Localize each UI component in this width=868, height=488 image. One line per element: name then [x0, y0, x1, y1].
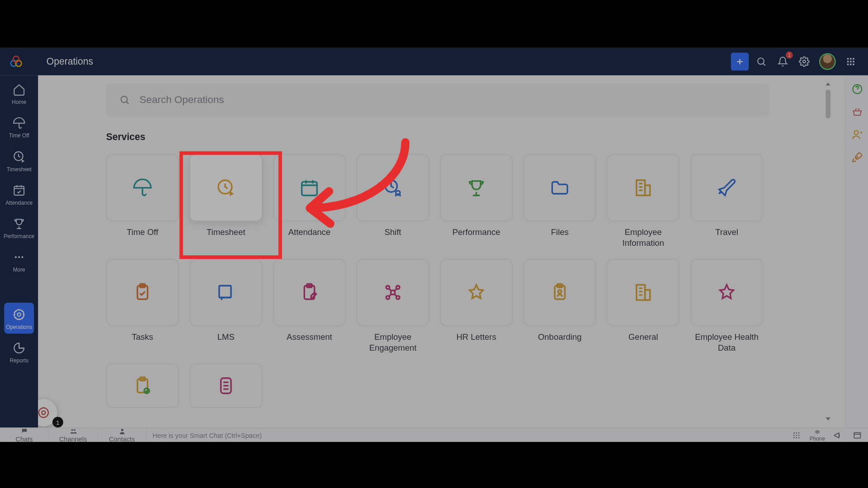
sidebar-item-label: Timesheet [7, 166, 32, 172]
app-logo-icon[interactable] [8, 54, 24, 69]
star-icon [717, 282, 737, 303]
user-plus-icon[interactable] [850, 128, 863, 141]
bottom-tab-label: Chats [15, 436, 33, 443]
clipboard-approve-icon [132, 375, 153, 396]
svg-rect-11 [847, 64, 849, 66]
tile-label: Employee Engagement [357, 332, 429, 353]
home-icon [12, 83, 26, 97]
phone-label: Phone [810, 436, 825, 441]
tile-employee-info[interactable]: Employee Information [607, 154, 679, 248]
svg-point-57 [793, 435, 795, 436]
search-icon [119, 94, 130, 105]
tile-label: Employee Health Data [690, 332, 763, 353]
svg-point-47 [39, 408, 48, 418]
svg-rect-41 [637, 285, 645, 300]
smart-chat-input[interactable]: Here is your Smart Chat (Ctrl+Space) [146, 428, 786, 442]
bottom-tab-contacts[interactable]: Contacts [98, 428, 146, 442]
svg-rect-30 [219, 286, 231, 297]
tile-onboarding[interactable]: Onboarding [524, 259, 596, 353]
letterbox-top [0, 0, 868, 48]
contact-icon [118, 427, 126, 435]
network-icon [383, 282, 403, 303]
avatar[interactable] [819, 53, 836, 70]
piechart-icon [12, 341, 26, 355]
tile-extra-1[interactable] [106, 364, 179, 408]
sidebar-item-home[interactable]: Home [4, 78, 34, 109]
tile-lms[interactable]: LMS [189, 259, 262, 353]
tile-label: Tasks [132, 332, 153, 343]
sidebar-item-attendance[interactable]: Attendance [4, 178, 34, 209]
sidebar-item-operations[interactable]: Operations [4, 303, 34, 334]
dialpad-icon[interactable] [791, 429, 802, 441]
bottom-tab-chats[interactable]: Chats [0, 428, 49, 442]
clock-play-icon [12, 150, 26, 164]
search-placeholder: Search Operations [140, 94, 224, 106]
tile-label: Travel [715, 227, 738, 238]
sidebar-item-timeoff[interactable]: Time Off [4, 111, 34, 142]
window-icon[interactable] [851, 429, 863, 441]
svg-point-33 [386, 286, 389, 289]
tile-label: LMS [217, 332, 235, 343]
svg-point-3 [758, 58, 764, 64]
svg-point-63 [816, 431, 818, 433]
svg-point-58 [796, 435, 797, 436]
svg-rect-8 [847, 61, 849, 63]
svg-point-62 [798, 437, 800, 438]
tile-label: Files [551, 227, 569, 238]
tile-attendance[interactable]: Attendance [273, 154, 346, 248]
help-icon[interactable] [850, 83, 863, 96]
tile-timeoff[interactable]: Time Off [106, 154, 179, 248]
megaphone-icon[interactable] [832, 429, 844, 441]
notifications-button[interactable]: 1 [774, 52, 792, 70]
svg-point-34 [396, 286, 399, 289]
search-button[interactable] [752, 52, 770, 70]
tile-extra-2[interactable] [189, 364, 262, 408]
more-icon [12, 250, 26, 264]
scrollbar-thumb[interactable] [826, 90, 830, 119]
sidebar-item-reports[interactable]: Reports [4, 336, 34, 367]
tile-files[interactable]: Files [524, 154, 596, 248]
bottom-tab-channels[interactable]: Channels [49, 428, 98, 442]
svg-point-36 [396, 296, 399, 300]
sidebar-item-label: Attendance [5, 200, 33, 206]
tile-tasks[interactable]: Tasks [106, 259, 179, 353]
svg-point-35 [386, 296, 389, 300]
tile-assessment[interactable]: Assessment [273, 259, 346, 353]
svg-rect-7 [853, 58, 854, 60]
sidebar-item-timesheet[interactable]: Timesheet [4, 145, 34, 176]
apps-grid-button[interactable] [842, 52, 860, 70]
id-card-icon [550, 282, 570, 303]
svg-point-53 [121, 429, 123, 431]
tile-performance[interactable]: Performance [440, 154, 513, 248]
tile-hr-letters[interactable]: HR Letters [440, 259, 513, 353]
tile-health[interactable]: Employee Health Data [690, 259, 763, 353]
svg-point-51 [71, 429, 73, 431]
main-content: Search Operations Services Time Off Time… [38, 75, 845, 428]
phone-button[interactable]: Phone [810, 428, 825, 441]
svg-point-60 [793, 437, 795, 438]
search-input[interactable]: Search Operations [106, 84, 769, 116]
page-title: Operations [47, 56, 93, 67]
basket-icon[interactable] [850, 105, 863, 118]
tile-general[interactable]: General [607, 259, 679, 353]
tile-travel[interactable]: Travel [690, 154, 763, 248]
settings-button[interactable] [795, 52, 813, 70]
trophy-icon [466, 178, 486, 198]
tile-label: General [628, 332, 658, 343]
scroll-down-icon [825, 416, 831, 422]
svg-rect-9 [850, 61, 852, 63]
scroll-up-icon [825, 81, 831, 87]
svg-rect-12 [850, 64, 852, 66]
sidebar-item-more[interactable]: More [4, 245, 34, 277]
tile-engagement[interactable]: Employee Engagement [357, 259, 429, 353]
scrollbar[interactable] [824, 81, 832, 422]
smart-chat-placeholder: Here is your Smart Chat (Ctrl+Space) [153, 432, 262, 439]
umbrella-icon [132, 178, 153, 198]
tile-timesheet[interactable]: Timesheet [189, 154, 262, 248]
add-button[interactable] [731, 52, 749, 70]
tile-shift[interactable]: Shift [357, 154, 429, 248]
svg-point-54 [793, 432, 795, 433]
sidebar-item-performance[interactable]: Performance [4, 212, 34, 243]
building-icon [633, 178, 653, 198]
rocket-icon[interactable] [850, 151, 863, 164]
